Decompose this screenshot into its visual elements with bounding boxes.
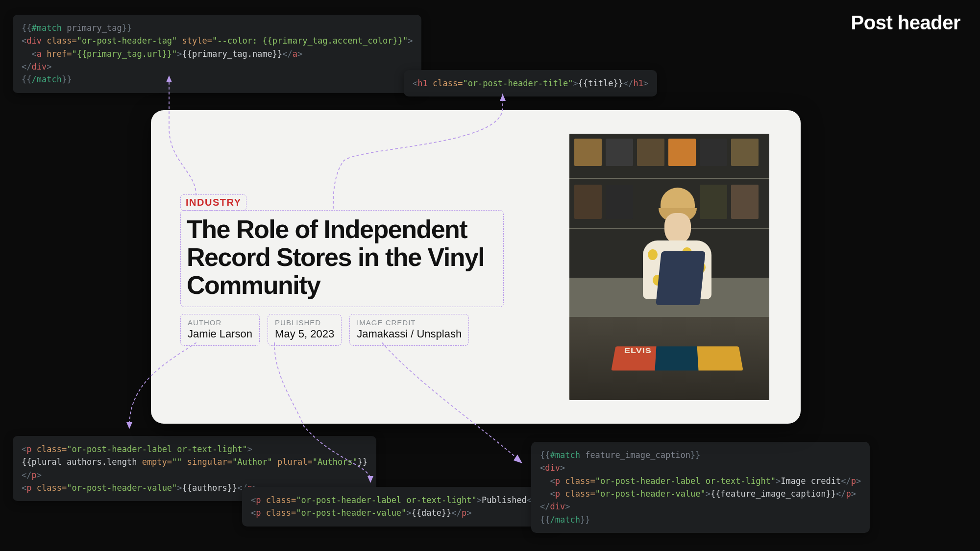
meta-author-value: Jamie Larson <box>188 328 252 340</box>
post-tag-box: INDUSTRY <box>180 194 246 211</box>
code-block-tag: {{#match primary_tag}} <div class="or-po… <box>13 15 421 93</box>
svg-marker-4 <box>514 455 522 463</box>
code-block-title: <h1 class="or-post-header-title">{{title… <box>404 70 657 96</box>
meta-published: PUBLISHED May 5, 2023 <box>268 314 342 346</box>
record-label: ELVIS <box>624 347 652 355</box>
svg-marker-2 <box>126 422 132 429</box>
code-block-published: <p class="or-post-header-label or-text-l… <box>242 487 556 527</box>
code-block-credit: {{#match feature_image_caption}} <div> <… <box>531 442 870 533</box>
feature-image: ELVIS <box>569 134 769 400</box>
meta-author-label: AUTHOR <box>188 318 252 327</box>
page-title: Post header <box>851 12 960 34</box>
post-tag[interactable]: INDUSTRY <box>186 197 241 208</box>
post-title: The Role of Independent Record Stores in… <box>187 216 497 300</box>
post-title-box: The Role of Independent Record Stores in… <box>180 210 504 307</box>
meta-credit-label: IMAGE CREDIT <box>357 318 462 327</box>
meta-credit-value: Jamakassi / Unsplash <box>357 328 462 340</box>
meta-author: AUTHOR Jamie Larson <box>180 314 260 346</box>
meta-published-label: PUBLISHED <box>275 318 334 327</box>
meta-published-value: May 5, 2023 <box>275 328 334 340</box>
meta-credit: IMAGE CREDIT Jamakassi / Unsplash <box>349 314 469 346</box>
preview-card: INDUSTRY The Role of Independent Record … <box>151 110 801 424</box>
